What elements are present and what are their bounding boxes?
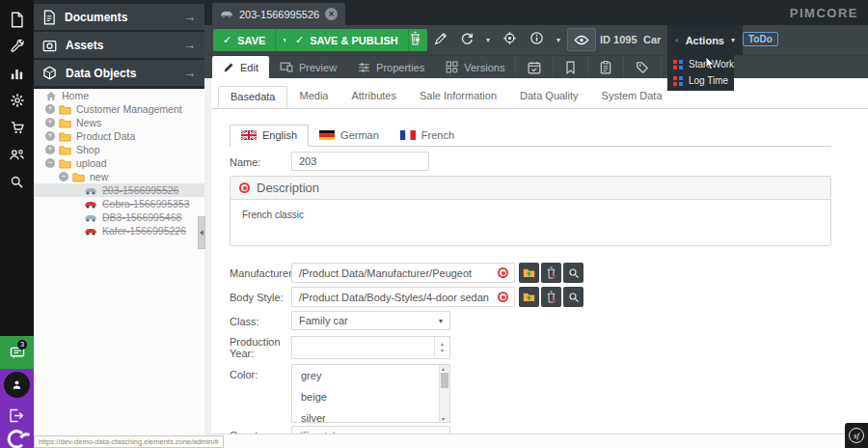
tree-item[interactable]: − new	[34, 170, 204, 183]
tree-item-home[interactable]: Home	[34, 89, 204, 102]
class-label: Class:	[230, 316, 259, 327]
expand-plus-icon[interactable]: +	[45, 145, 55, 154]
expand-plus-icon[interactable]: +	[45, 118, 55, 127]
menu-item-start-work[interactable]: Start Work	[667, 56, 734, 72]
sidebar-collapse-handle[interactable]	[198, 216, 205, 249]
tab-edit[interactable]: Edit	[212, 56, 269, 78]
tab-lang-french[interactable]: French	[390, 125, 465, 147]
tab-notes[interactable]	[553, 56, 587, 78]
logout-icon[interactable]	[6, 406, 27, 425]
caret-down-icon[interactable]: ▾	[442, 415, 445, 422]
locate-in-tree-button[interactable]	[502, 31, 517, 49]
rename-pencil-button[interactable]	[434, 32, 448, 49]
actions-caret-icon: ▾	[731, 36, 735, 44]
preview-eye-button[interactable]	[567, 28, 596, 51]
tools-icon[interactable]	[0, 33, 34, 60]
tab-versions[interactable]: Versions	[435, 56, 515, 78]
accordion-assets[interactable]: Assets →	[34, 32, 204, 58]
accordion-documents[interactable]: Documents →	[34, 4, 204, 30]
expand-plus-icon[interactable]: +	[45, 104, 55, 114]
manufacturer-remove-button[interactable]	[541, 263, 561, 283]
manufacturer-label: Manufacturer:	[230, 267, 295, 279]
tab-tags[interactable]	[623, 56, 661, 78]
tab-scheduler[interactable]	[515, 56, 553, 78]
bodystyle-remove-button[interactable]	[541, 287, 561, 307]
tree-item[interactable]: − upload	[34, 156, 204, 170]
element-tree-sidebar: Documents → Assets → Data Objects → Home…	[34, 0, 204, 448]
tab-reports[interactable]	[587, 56, 623, 78]
ecommerce-cart-icon[interactable]	[0, 114, 34, 141]
class-select[interactable]: Family car ▾	[291, 311, 450, 330]
tab-system-data[interactable]: System Data	[590, 86, 674, 108]
tree-item[interactable]: + Customer Management	[34, 102, 204, 116]
scrollbar-thumb[interactable]	[441, 373, 448, 388]
description-editor[interactable]: French classic	[231, 200, 830, 230]
search-icon[interactable]	[0, 168, 34, 195]
tab-basedata[interactable]: Basedata	[218, 86, 287, 108]
spinner-arrows[interactable]: ▴▾	[434, 337, 449, 358]
expand-plus-icon[interactable]: +	[45, 131, 55, 141]
tree-item-selected[interactable]: 203-1566995526	[34, 183, 204, 197]
tree-item[interactable]: + Product Data	[34, 129, 204, 143]
tab-preview[interactable]: Preview	[269, 56, 347, 78]
caret-down-icon: ▾	[439, 317, 443, 325]
tab-media[interactable]: Media	[287, 86, 339, 108]
bodystyle-relation-input[interactable]: /Product Data/Body-Styles/4-door sedan	[291, 287, 515, 307]
documents-nav-icon[interactable]	[0, 6, 34, 33]
reload-button[interactable]	[460, 32, 474, 49]
symfony-profiler-button[interactable]: sf	[845, 423, 868, 448]
listbox-scrollbar[interactable]: ▴ ▾	[439, 365, 449, 422]
color-option[interactable]: grey	[292, 365, 449, 386]
accordion-data-objects[interactable]: Data Objects →	[34, 60, 204, 86]
workflow-transition-icon	[673, 60, 683, 70]
tree-item[interactable]: Cobra-1566995353	[34, 197, 204, 210]
open-object-tab[interactable]: 203-1566995526 ×	[212, 3, 345, 25]
production-year-spinner[interactable]: ▴▾	[291, 336, 450, 359]
camera-icon	[42, 39, 57, 52]
manufacturer-open-folder-button[interactable]	[519, 263, 539, 283]
reports-icon[interactable]	[0, 60, 34, 87]
manufacturer-relation-input[interactable]: /Product Data/Manufacturer/Peugeot	[291, 263, 515, 283]
tab-properties[interactable]: Properties	[347, 56, 435, 78]
info-button[interactable]	[529, 31, 544, 49]
check-icon: ✓	[295, 34, 304, 46]
tab-attributes[interactable]: Attributes	[339, 86, 407, 108]
info-dropdown-caret[interactable]: ▾	[556, 36, 560, 44]
french-flag-icon	[400, 130, 416, 140]
color-multiselect[interactable]: grey beige silver ▴ ▾	[291, 364, 450, 423]
delete-button[interactable]	[409, 31, 421, 49]
name-input[interactable]: 203	[291, 152, 429, 171]
tab-data-quality[interactable]: Data Quality	[508, 86, 590, 108]
tree-item[interactable]: Kafer-1566995226	[34, 224, 204, 238]
reload-dropdown-caret[interactable]: ▾	[486, 36, 490, 44]
tree-item[interactable]: + Shop	[34, 143, 204, 156]
symfony-logo: sf	[849, 428, 864, 443]
close-tab-icon[interactable]: ×	[325, 8, 338, 20]
save-publish-split-button[interactable]: ✓SAVE & PUBLISH ▾	[285, 29, 427, 51]
bodystyle-label: Body Style:	[230, 292, 284, 303]
menu-item-log-time[interactable]: Log Time	[667, 72, 734, 89]
bodystyle-search-button[interactable]	[563, 287, 583, 307]
tab-lang-german[interactable]: German	[309, 125, 390, 147]
bodystyle-open-folder-button[interactable]	[519, 287, 539, 307]
uk-flag-icon	[241, 130, 257, 140]
tree-item[interactable]: DB3-1566995468	[34, 210, 204, 224]
color-option[interactable]: beige	[292, 386, 449, 407]
collapse-minus-icon[interactable]: −	[45, 158, 55, 168]
localized-field-icon	[239, 182, 250, 193]
arrow-right-icon: →	[183, 38, 196, 52]
actions-dropdown-button[interactable]: Actions ▾	[667, 25, 743, 55]
collapse-minus-icon[interactable]: −	[59, 172, 68, 182]
horizontal-scrollbar-track[interactable]	[211, 434, 868, 448]
avatar[interactable]	[4, 372, 30, 398]
manufacturer-search-button[interactable]	[563, 263, 583, 283]
users-icon[interactable]	[0, 141, 34, 168]
chat-button[interactable]: 3	[0, 336, 34, 369]
save-split-button[interactable]: ✓SAVE ▾	[213, 29, 294, 51]
tree-item[interactable]: + News	[34, 116, 204, 129]
tab-lang-english[interactable]: English	[230, 125, 309, 147]
settings-gear-icon[interactable]	[0, 87, 34, 114]
caret-up-icon[interactable]: ▴	[442, 365, 445, 372]
tab-sale-information[interactable]: Sale Information	[408, 86, 508, 108]
folder-icon	[59, 118, 71, 128]
